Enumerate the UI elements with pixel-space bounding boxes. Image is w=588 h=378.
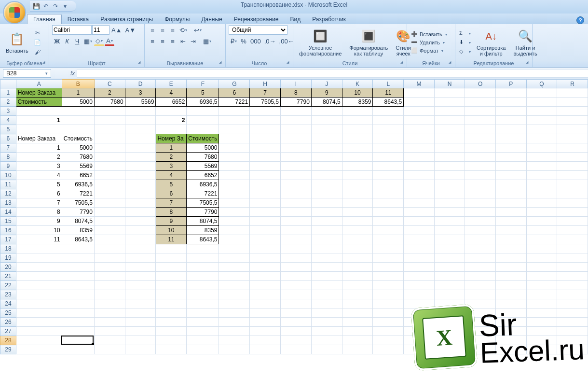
cell-R1[interactable] [557,88,588,98]
cell-D24[interactable] [125,299,156,308]
paste-button[interactable]: 📋 Вставить [3,30,31,55]
cell-R10[interactable] [557,171,588,180]
row-header-14[interactable]: 14 [0,208,16,217]
cell-K12[interactable] [342,189,373,198]
cell-J17[interactable] [311,235,342,244]
cell-D4[interactable] [125,116,156,125]
cell-C7[interactable] [94,143,125,153]
indent-decrease-icon[interactable]: ⇤ [178,36,188,46]
cell-D14[interactable] [125,208,156,217]
cell-K24[interactable] [342,299,373,308]
cell-L29[interactable] [373,345,404,354]
cell-J20[interactable] [311,263,342,272]
cell-Q12[interactable] [526,189,557,198]
cell-C27[interactable] [94,327,125,336]
cell-J11[interactable] [311,180,342,189]
cell-N1[interactable] [434,88,465,98]
cell-A3[interactable] [16,107,62,116]
cell-Q15[interactable] [526,217,557,226]
cell-I11[interactable] [281,180,312,189]
cell-H9[interactable] [250,162,281,171]
column-header-G[interactable]: G [219,80,250,88]
cell-P6[interactable] [496,134,527,143]
cell-F15[interactable]: 8074,5 [187,217,219,226]
cell-I25[interactable] [281,308,312,318]
cell-E11[interactable]: 5 [156,180,187,189]
cell-K5[interactable] [342,125,373,134]
cell-Q21[interactable] [526,272,557,281]
cell-O21[interactable] [465,272,496,281]
cell-Q4[interactable] [526,116,557,125]
cell-R8[interactable] [557,153,588,162]
cell-Q23[interactable] [526,290,557,299]
cell-A25[interactable] [16,308,62,318]
cell-O7[interactable] [465,143,496,153]
cell-E10[interactable]: 4 [156,171,187,180]
cell-C14[interactable] [94,208,125,217]
cell-G4[interactable] [219,116,250,125]
cell-L10[interactable] [373,171,404,180]
number-format-combo[interactable]: Общий [229,25,287,35]
cell-H21[interactable] [250,272,281,281]
cell-F27[interactable] [187,327,219,336]
cell-G23[interactable] [219,290,250,299]
office-button[interactable] [3,1,26,24]
row-header-27[interactable]: 27 [0,327,16,336]
cut-icon[interactable]: ✂ [33,28,42,37]
cell-J29[interactable] [311,345,342,354]
cell-A11[interactable]: 5 [16,180,62,189]
cell-D19[interactable] [125,253,156,263]
cell-J4[interactable] [311,116,342,125]
cell-O2[interactable] [465,98,496,107]
cell-N21[interactable] [434,272,465,281]
cell-G21[interactable] [219,272,250,281]
cell-L14[interactable] [373,208,404,217]
cell-L28[interactable] [373,336,404,345]
cell-C19[interactable] [94,253,125,263]
cell-G26[interactable] [219,318,250,327]
row-header-26[interactable]: 26 [0,318,16,327]
cell-O17[interactable] [465,235,496,244]
cell-H22[interactable] [250,281,281,290]
cell-E12[interactable]: 6 [156,189,187,198]
cell-B1[interactable]: 1 [62,88,94,98]
cell-D9[interactable] [125,162,156,171]
cell-A16[interactable]: 10 [16,226,62,235]
cell-J2[interactable]: 8074,5 [311,98,342,107]
cell-F24[interactable] [187,299,219,308]
column-header-H[interactable]: H [250,80,281,88]
cell-L6[interactable] [373,134,404,143]
cell-C23[interactable] [94,290,125,299]
cell-L25[interactable] [373,308,404,318]
cell-F21[interactable] [187,272,219,281]
row-header-1[interactable]: 1 [0,88,16,98]
cell-F17[interactable]: 8643,5 [187,235,219,244]
cell-A17[interactable]: 11 [16,235,62,244]
cell-B24[interactable] [62,299,94,308]
cell-O3[interactable] [465,107,496,116]
cell-L23[interactable] [373,290,404,299]
cell-L22[interactable] [373,281,404,290]
cell-P2[interactable] [496,98,527,107]
cell-K11[interactable] [342,180,373,189]
cell-J14[interactable] [311,208,342,217]
cell-C18[interactable] [94,244,125,253]
cell-B29[interactable] [62,345,94,354]
cell-E3[interactable] [156,107,187,116]
cell-J9[interactable] [311,162,342,171]
cell-G11[interactable] [219,180,250,189]
row-header-6[interactable]: 6 [0,134,16,143]
cell-P23[interactable] [496,290,527,299]
cell-K27[interactable] [342,327,373,336]
cell-O13[interactable] [465,198,496,208]
cell-F13[interactable]: 7505,5 [187,198,219,208]
cell-A24[interactable] [16,299,62,308]
shrink-font-icon[interactable]: A▼ [124,25,137,35]
cell-P5[interactable] [496,125,527,134]
cell-N22[interactable] [434,281,465,290]
cell-E15[interactable]: 9 [156,217,187,226]
cell-G29[interactable] [219,345,250,354]
cell-L17[interactable] [373,235,404,244]
cell-L18[interactable] [373,244,404,253]
cell-L19[interactable] [373,253,404,263]
